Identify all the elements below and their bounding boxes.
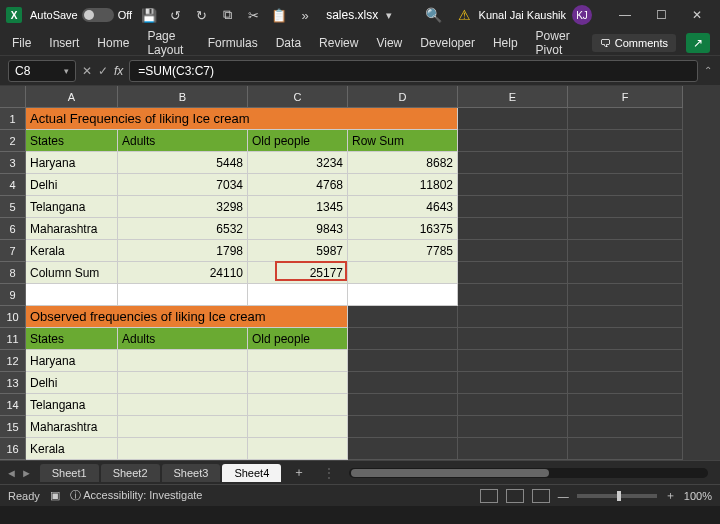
cell[interactable] [568,130,683,152]
cell[interactable]: 6532 [118,218,248,240]
cell[interactable]: Kerala [26,438,118,460]
name-box[interactable]: C8 ▾ [8,60,76,82]
cell[interactable] [568,240,683,262]
redo-icon[interactable]: ↻ [192,6,210,24]
cell[interactable]: 5987 [248,240,348,262]
select-all-corner[interactable] [0,86,26,108]
cell[interactable]: Adults [118,328,248,350]
horizontal-scrollbar-thumb[interactable] [351,469,548,477]
cell[interactable] [248,394,348,416]
cell[interactable] [26,284,118,306]
row-header[interactable]: 2 [0,130,26,152]
grid-body[interactable]: ABCDEF Actual Frequencies of liking Ice … [26,86,720,460]
cell[interactable] [348,284,458,306]
cell[interactable]: Maharashtra [26,218,118,240]
tab-page-layout[interactable]: Page Layout [145,27,191,59]
filename-dropdown-icon[interactable]: ▾ [386,9,392,22]
cell[interactable] [458,108,568,130]
cell[interactable] [248,438,348,460]
cell[interactable]: 9843 [248,218,348,240]
autosave-toggle[interactable] [82,8,114,22]
cell[interactable] [248,350,348,372]
cell[interactable]: States [26,130,118,152]
row-header[interactable]: 13 [0,372,26,394]
cell[interactable] [118,394,248,416]
cell[interactable] [568,262,683,284]
undo-icon[interactable]: ↺ [166,6,184,24]
row-header[interactable]: 12 [0,350,26,372]
cell[interactable] [458,416,568,438]
zoom-slider-thumb[interactable] [617,491,621,501]
cell[interactable]: 1798 [118,240,248,262]
view-normal-icon[interactable] [480,489,498,503]
column-header[interactable]: D [348,86,458,108]
cut-icon[interactable]: ✂ [244,6,262,24]
cell[interactable] [458,372,568,394]
cell[interactable] [348,416,458,438]
tab-insert[interactable]: Insert [47,34,81,52]
zoom-slider[interactable] [577,494,657,498]
tab-review[interactable]: Review [317,34,360,52]
accessibility-status[interactable]: ⓘ Accessibility: Investigate [70,488,203,503]
zoom-out-icon[interactable]: ― [558,490,569,502]
cell[interactable]: 16375 [348,218,458,240]
cell[interactable]: Maharashtra [26,416,118,438]
cell[interactable] [348,306,458,328]
share-button[interactable]: ↗ [686,33,710,53]
row-header[interactable]: 5 [0,196,26,218]
cell[interactable] [458,394,568,416]
tab-data[interactable]: Data [274,34,303,52]
comments-button[interactable]: 🗨 Comments [592,34,676,52]
sheet-tab[interactable]: Sheet3 [162,464,221,482]
add-sheet-button[interactable]: ＋ [283,461,315,484]
cell[interactable]: States [26,328,118,350]
row-header[interactable]: 9 [0,284,26,306]
cell[interactable] [568,174,683,196]
qa-more-icon[interactable]: » [296,6,314,24]
cell[interactable] [458,350,568,372]
cell[interactable]: 5448 [118,152,248,174]
cell[interactable] [118,416,248,438]
horizontal-scrollbar[interactable] [349,468,708,478]
cell[interactable] [118,372,248,394]
cell[interactable]: Kerala [26,240,118,262]
cell[interactable] [458,438,568,460]
cell[interactable]: Old people [248,328,348,350]
table1-title[interactable]: Actual Frequencies of liking Ice cream [26,108,458,130]
cell[interactable]: Column Sum [26,262,118,284]
cell[interactable]: 11802 [348,174,458,196]
row-header[interactable]: 15 [0,416,26,438]
view-page-layout-icon[interactable] [506,489,524,503]
row-header[interactable]: 16 [0,438,26,460]
name-box-dropdown-icon[interactable]: ▾ [64,66,69,76]
tab-view[interactable]: View [374,34,404,52]
cell[interactable] [568,438,683,460]
row-header[interactable]: 3 [0,152,26,174]
cell[interactable]: 1345 [248,196,348,218]
row-header[interactable]: 6 [0,218,26,240]
minimize-button[interactable]: ― [608,1,642,29]
warning-icon[interactable]: ⚠ [458,7,471,23]
maximize-button[interactable]: ☐ [644,1,678,29]
close-button[interactable]: ✕ [680,1,714,29]
macro-record-icon[interactable]: ▣ [50,489,60,502]
cell[interactable]: Row Sum [348,130,458,152]
cell[interactable]: 4768 [248,174,348,196]
column-header[interactable]: E [458,86,568,108]
cell[interactable] [248,416,348,438]
row-header[interactable]: 1 [0,108,26,130]
cell[interactable]: 25177 [248,262,348,284]
row-header[interactable]: 8 [0,262,26,284]
cell[interactable] [568,328,683,350]
zoom-level[interactable]: 100% [684,490,712,502]
user-account[interactable]: Kunal Jai Kaushik KJ [479,5,592,25]
cell[interactable] [458,328,568,350]
cell[interactable]: Telangana [26,394,118,416]
cell[interactable] [118,350,248,372]
view-page-break-icon[interactable] [532,489,550,503]
sheet-tab[interactable]: Sheet1 [40,464,99,482]
cell[interactable] [348,372,458,394]
cell[interactable] [458,130,568,152]
cell[interactable] [348,328,458,350]
copy-icon[interactable]: ⧉ [218,6,236,24]
